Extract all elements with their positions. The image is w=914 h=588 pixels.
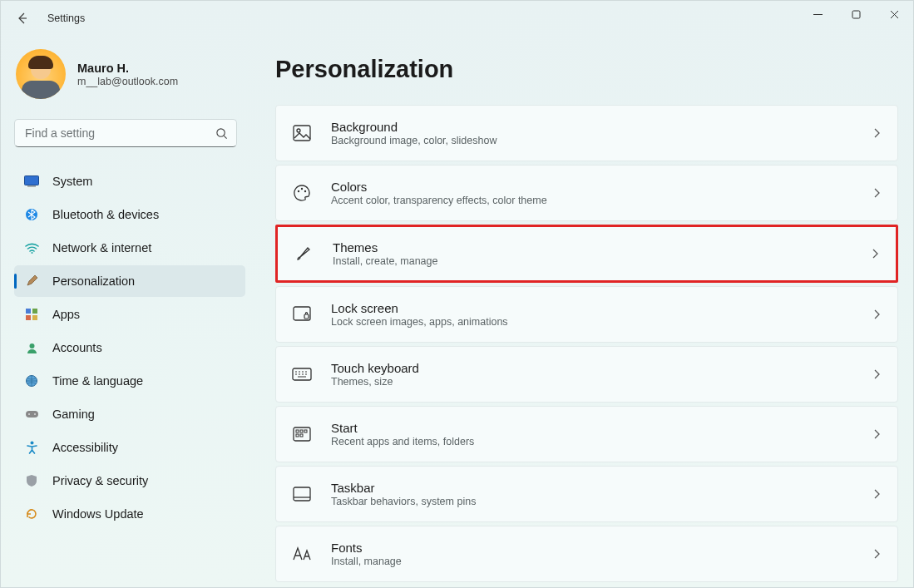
palette-icon (291, 182, 313, 204)
minimize-icon (813, 10, 823, 19)
svg-rect-29 (300, 434, 303, 437)
card-subtitle: Install, manage (331, 556, 402, 567)
card-touch-keyboard[interactable]: Touch keyboard Themes, size (275, 346, 898, 403)
shield-icon (24, 474, 39, 487)
svg-point-17 (297, 129, 300, 132)
svg-rect-22 (304, 314, 309, 319)
card-themes[interactable]: Themes Install, create, manage (275, 225, 898, 283)
start-icon (291, 423, 313, 445)
svg-rect-28 (296, 434, 299, 437)
card-title: Start (331, 421, 474, 435)
nav-label: Accounts (52, 341, 102, 354)
nav-personalization[interactable]: Personalization (14, 265, 245, 297)
user-name: Mauro H. (77, 62, 178, 75)
avatar (16, 49, 66, 99)
user-card[interactable]: Mauro H. m__lab@outlook.com (14, 47, 245, 102)
close-icon (890, 10, 899, 19)
settings-window: Settings Mauro H. m__lab@outlook.com (0, 0, 914, 588)
maximize-icon (852, 10, 861, 19)
nav-label: Time & language (52, 374, 143, 388)
chevron-right-icon (872, 187, 881, 199)
nav-gaming[interactable]: Gaming (14, 398, 245, 430)
svg-point-1 (217, 128, 225, 136)
card-taskbar[interactable]: Taskbar Taskbar behaviors, system pins (275, 466, 898, 522)
svg-rect-25 (296, 430, 299, 432)
card-start[interactable]: Start Recent apps and items, folders (275, 406, 898, 462)
card-subtitle: Accent color, transparency effects, colo… (331, 195, 547, 206)
card-subtitle: Lock screen images, apps, animations (331, 316, 508, 328)
keyboard-icon (291, 363, 313, 385)
back-button[interactable] (11, 7, 34, 30)
update-icon (24, 507, 39, 521)
close-button[interactable] (875, 1, 913, 27)
nav-label: Gaming (52, 408, 95, 421)
card-fonts[interactable]: Fonts Install, manage (275, 526, 898, 582)
nav-label: System (52, 175, 92, 188)
nav-bluetooth[interactable]: Bluetooth & devices (14, 199, 245, 230)
window-controls (798, 1, 913, 27)
fonts-icon (291, 543, 313, 565)
svg-point-20 (304, 190, 306, 192)
search-box[interactable] (14, 119, 237, 147)
card-title: Colors (331, 180, 547, 194)
svg-rect-7 (32, 309, 37, 314)
taskbar-icon (291, 483, 313, 505)
chevron-right-icon (872, 428, 881, 440)
lock-screen-icon (291, 304, 313, 325)
chevron-right-icon (871, 248, 879, 259)
user-email: m__lab@outlook.com (77, 76, 178, 87)
svg-rect-12 (26, 411, 38, 418)
svg-point-15 (30, 442, 33, 445)
card-background[interactable]: Background Background image, color, slid… (275, 105, 898, 161)
image-icon (291, 122, 313, 144)
arrow-left-icon (16, 12, 29, 25)
card-lock-screen[interactable]: Lock screen Lock screen images, apps, an… (275, 286, 898, 343)
search-input[interactable] (23, 126, 215, 141)
nav-time-language[interactable]: Time & language (14, 365, 245, 397)
nav-windows-update[interactable]: Windows Update (14, 498, 245, 530)
title-bar: Settings (1, 1, 913, 36)
minimize-button[interactable] (798, 1, 837, 27)
nav-accounts[interactable]: Accounts (14, 332, 245, 363)
svg-rect-6 (26, 309, 31, 314)
card-title: Taskbar (331, 481, 476, 495)
gamepad-icon (24, 409, 39, 419)
nav-accessibility[interactable]: Accessibility (14, 432, 245, 463)
nav-privacy[interactable]: Privacy & security (14, 465, 245, 497)
card-title: Fonts (331, 541, 402, 555)
nav-label: Windows Update (52, 507, 144, 521)
svg-rect-0 (852, 11, 860, 18)
chevron-right-icon (872, 127, 881, 139)
nav-label: Network & internet (52, 241, 151, 254)
chevron-right-icon (872, 368, 881, 380)
svg-rect-8 (26, 315, 31, 320)
nav-network[interactable]: Network & internet (14, 232, 245, 264)
svg-rect-30 (294, 487, 310, 501)
window-title: Settings (47, 12, 85, 24)
nav-label: Personalization (52, 274, 135, 288)
card-title: Lock screen (331, 301, 508, 315)
paintbrush-icon (24, 274, 39, 288)
nav-label: Accessibility (52, 441, 118, 454)
nav-system[interactable]: System (14, 166, 245, 197)
svg-rect-26 (300, 430, 303, 432)
svg-rect-27 (304, 430, 307, 432)
main-content: Personalization Background Background im… (252, 36, 913, 587)
chevron-right-icon (872, 488, 881, 500)
nav-label: Bluetooth & devices (52, 208, 159, 221)
brush-icon (293, 243, 314, 264)
card-subtitle: Recent apps and items, folders (331, 436, 474, 447)
person-icon (24, 342, 39, 354)
chevron-right-icon (872, 309, 881, 320)
svg-point-14 (34, 413, 36, 415)
svg-point-18 (298, 190, 299, 192)
svg-rect-9 (32, 315, 37, 320)
nav-apps[interactable]: Apps (14, 299, 245, 330)
search-icon (215, 127, 228, 140)
card-colors[interactable]: Colors Accent color, transparency effect… (275, 165, 898, 221)
globe-clock-icon (24, 374, 39, 388)
wifi-icon (24, 242, 39, 254)
card-subtitle: Themes, size (331, 376, 419, 388)
maximize-button[interactable] (837, 1, 875, 27)
card-title: Background (331, 120, 497, 134)
